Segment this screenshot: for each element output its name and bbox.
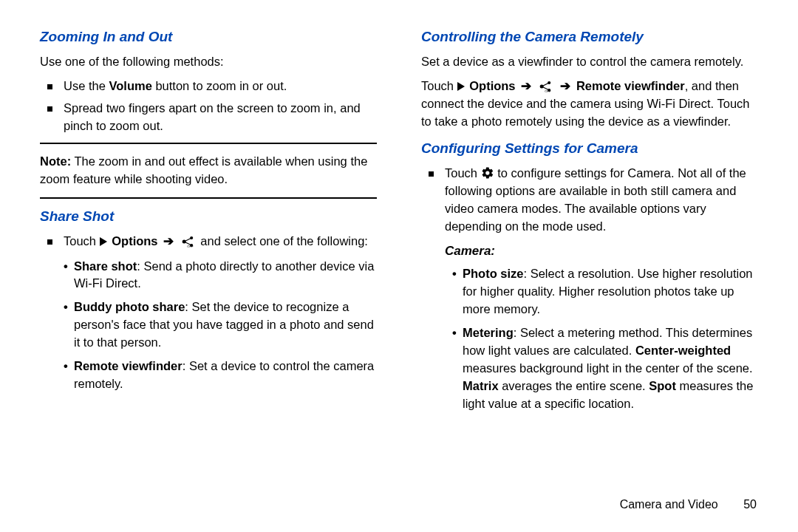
svg-point-1 [190, 236, 193, 239]
svg-line-3 [184, 238, 191, 242]
zoom-intro-text: Use one of the following methods: [40, 53, 377, 71]
text: measures background light in the center … [463, 361, 753, 375]
heading-zooming: Zooming In and Out [40, 27, 377, 47]
share-off-icon: OFF [539, 80, 553, 95]
bold-text: Options [112, 234, 157, 248]
list-item: Share shot: Send a photo directly to ano… [74, 258, 377, 293]
heading-share-shot: Share Shot [40, 206, 377, 227]
bold-text: Volume [109, 79, 151, 92]
share-off-icon: OFF [181, 235, 196, 250]
config-list: Touch to configure settings for Camera. … [421, 165, 758, 236]
text: and select one of the following: [200, 234, 368, 248]
gear-icon [481, 166, 498, 180]
bold-text: Share shot [74, 259, 137, 273]
remote-steps-text: Touch Options ➔ OFF ➔ Remote viewfinder,… [421, 78, 758, 131]
arrow-icon: ➔ [560, 79, 570, 92]
bold-text: Center-weighted [635, 344, 731, 357]
list-item: Photo size: Select a resolution. Use hig… [463, 265, 758, 318]
note-block: Note: The zoom in and out effect is avai… [40, 151, 377, 190]
bold-text: Options [469, 79, 515, 92]
list-item: Use the Volume button to zoom in or out. [64, 78, 377, 95]
list-item: Spread two fingers apart on the screen t… [64, 100, 377, 135]
text: Use the [64, 79, 109, 92]
arrow-icon: ➔ [163, 234, 174, 248]
share-shot-sublist: Share shot: Send a photo directly to ano… [64, 258, 377, 393]
left-column: Zooming In and Out Use one of the follow… [40, 22, 377, 517]
note-label: Note: [40, 154, 71, 168]
list-item: Touch to configure settings for Camera. … [445, 165, 758, 236]
share-shot-list: Touch Options ➔ OFF and select one of th… [40, 233, 377, 393]
camera-settings-list: Photo size: Select a resolution. Use hig… [421, 265, 758, 412]
heading-config: Configuring Settings for Camera [421, 138, 758, 159]
list-item: Remote viewfinder: Set a device to contr… [74, 358, 377, 393]
text: Touch [421, 79, 457, 92]
chevron-right-icon [457, 82, 465, 91]
page-number: 50 [743, 498, 757, 511]
text: Touch [445, 166, 481, 180]
bold-text: Matrix [463, 379, 499, 392]
bold-text: Spot [649, 379, 676, 392]
bold-text: Buddy photo share [74, 300, 185, 313]
svg-line-9 [542, 83, 549, 86]
divider [40, 197, 377, 199]
list-item: Metering: Select a metering method. This… [463, 324, 758, 413]
chevron-right-icon [100, 237, 107, 246]
zoom-methods-list: Use the Volume button to zoom in or out.… [40, 78, 377, 135]
footer-section-title: Camera and Video [620, 498, 718, 511]
subheading-camera: Camera: [421, 242, 758, 261]
remote-intro-text: Set a device as a viewfinder to control … [421, 53, 758, 71]
arrow-icon: ➔ [521, 79, 531, 92]
note-text: The zoom in and out effect is available … [40, 154, 367, 185]
bold-text: Remote viewfinder [74, 359, 183, 372]
svg-text:OFF: OFF [187, 245, 194, 248]
right-column: Controlling the Camera Remotely Set a de… [421, 22, 758, 517]
manual-page: Zooming In and Out Use one of the follow… [0, 0, 798, 532]
bold-text: Metering [463, 326, 514, 339]
text: button to zoom in or out. [152, 79, 287, 92]
heading-remote: Controlling the Camera Remotely [421, 27, 758, 47]
bold-text: Remote viewfinder [576, 79, 685, 92]
svg-text:OFF: OFF [545, 90, 551, 94]
list-item: Buddy photo share: Set the device to rec… [74, 299, 377, 352]
bold-text: Photo size [463, 267, 524, 280]
list-item: Touch Options ➔ OFF and select one of th… [64, 233, 377, 393]
text: Touch [64, 234, 100, 248]
page-footer: Camera and Video 50 [620, 498, 757, 511]
text: averages the entire scene. [499, 379, 649, 392]
divider [40, 143, 377, 144]
